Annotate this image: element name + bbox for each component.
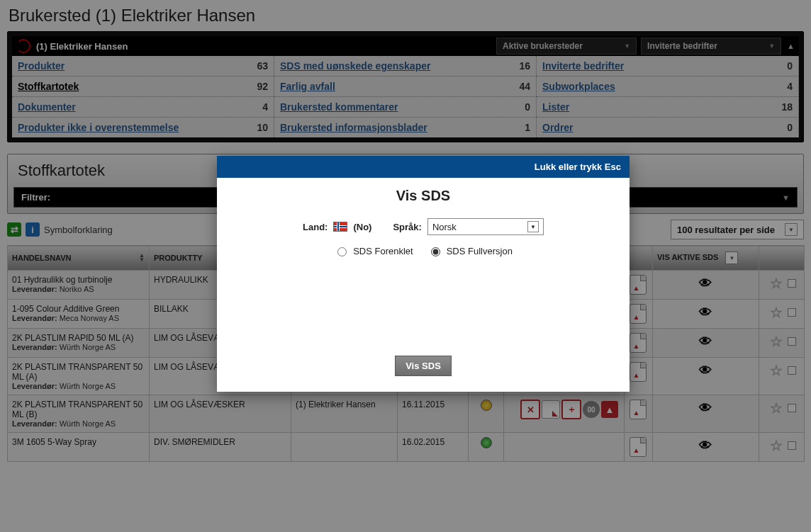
radio-sds-forenklet[interactable]: SDS Forenklet xyxy=(334,245,413,256)
language-select[interactable]: Norsk▼ xyxy=(427,218,544,235)
country-label: Land: xyxy=(303,222,328,232)
norway-flag-icon xyxy=(333,222,347,232)
vis-sds-modal: Lukk eller trykk Esc Vis SDS Land: (No) … xyxy=(217,156,630,392)
country-code: (No) xyxy=(353,222,371,232)
page-root: Brukersted (1) Elektriker Hansen (1) Ele… xyxy=(0,0,811,532)
modal-title: Vis SDS xyxy=(230,188,617,204)
vis-sds-button[interactable]: Vis SDS xyxy=(395,356,452,376)
modal-close-bar[interactable]: Lukk eller trykk Esc xyxy=(217,156,630,178)
radio-sds-fullversjon[interactable]: SDS Fullversjon xyxy=(427,245,513,256)
language-label: Språk: xyxy=(393,222,421,232)
